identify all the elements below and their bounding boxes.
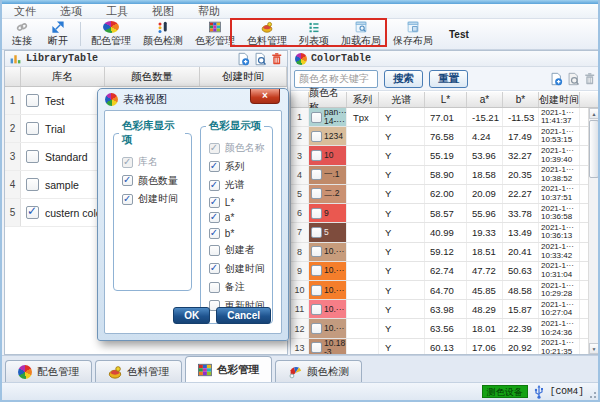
color-table-row[interactable]: 5 二.2 Y 62.00 20.09 22.27 2021-1··· 10:3… bbox=[291, 185, 588, 204]
display-option-row[interactable]: 系列 bbox=[209, 160, 266, 174]
tab-color-detect[interactable]: 颜色检测 bbox=[275, 360, 362, 382]
color-name: 10.··· bbox=[324, 324, 344, 333]
display-option-row[interactable]: 创建者 bbox=[209, 243, 266, 257]
display-option-checkbox[interactable] bbox=[122, 194, 133, 205]
color-row-checkbox[interactable] bbox=[311, 208, 322, 219]
color-row-checkbox[interactable] bbox=[311, 169, 322, 180]
display-option-checkbox[interactable] bbox=[209, 263, 220, 274]
colorant-mgmt-button[interactable]: 色料管理 bbox=[241, 20, 293, 49]
scroll-down-arrow[interactable]: ▼ bbox=[589, 343, 599, 354]
color-table-row[interactable]: 7 5 Y 40.99 19.33 13.49 2021-1··· 10:36:… bbox=[291, 223, 588, 242]
color-row-checkbox[interactable] bbox=[311, 112, 322, 123]
color-table-row[interactable]: 3 10 Y 55.19 53.96 32.27 2021-1··· 10:39… bbox=[291, 146, 588, 165]
display-option-checkbox[interactable] bbox=[122, 157, 133, 168]
color-mgmt-button[interactable]: 色彩管理 bbox=[189, 20, 241, 49]
display-option-checkbox[interactable] bbox=[209, 228, 220, 239]
search-button[interactable]: 搜索 bbox=[384, 70, 423, 88]
color-match-mgmt-button[interactable]: 配色管理 bbox=[85, 20, 137, 49]
delete-library-icon[interactable] bbox=[270, 52, 283, 66]
display-option-checkbox[interactable] bbox=[209, 245, 220, 256]
color-row-checkbox[interactable] bbox=[311, 304, 322, 315]
display-option-checkbox[interactable] bbox=[209, 180, 220, 191]
tab-color-match-mgmt[interactable]: 配色管理 bbox=[5, 360, 92, 382]
color-table-row[interactable]: 9 10.··· Y 62.74 47.72 50.63 2021-1··· 1… bbox=[291, 262, 588, 281]
display-option-row[interactable]: 创建时间 bbox=[209, 262, 266, 276]
menu-item-view[interactable]: 视图 bbox=[140, 4, 186, 18]
display-option-checkbox[interactable] bbox=[209, 143, 220, 154]
library-row-checkbox[interactable] bbox=[26, 206, 39, 219]
search-library-icon[interactable] bbox=[253, 52, 267, 66]
menu-item-file[interactable]: 文件 bbox=[2, 4, 48, 18]
scroll-up-arrow[interactable]: ▲ bbox=[589, 108, 599, 119]
disconnect-button[interactable]: 断开 bbox=[40, 20, 76, 49]
color-row-checkbox[interactable] bbox=[311, 285, 322, 296]
color-row-checkbox[interactable] bbox=[311, 150, 322, 161]
color-row-checkbox[interactable] bbox=[311, 227, 322, 238]
reset-button[interactable]: 重置 bbox=[429, 70, 468, 88]
color-row-checkbox[interactable] bbox=[311, 265, 322, 276]
display-option-row[interactable]: a* bbox=[209, 212, 266, 223]
color-detect-button[interactable]: 颜色检测 bbox=[137, 20, 189, 49]
tab-colorant-mgmt[interactable]: 色料管理 bbox=[95, 360, 182, 382]
color-table-row[interactable]: 2 1234 Y 76.58 4.24 17.49 2021-1··· 10:5… bbox=[291, 127, 588, 146]
load-layout-button[interactable]: 加载布局 bbox=[335, 20, 387, 49]
color-row-checkbox[interactable] bbox=[311, 131, 322, 142]
resize-grip[interactable] bbox=[587, 389, 597, 399]
search-color-icon[interactable] bbox=[566, 72, 580, 86]
menu-item-tools[interactable]: 工具 bbox=[94, 4, 140, 18]
color-table-row[interactable]: 1 pan··· 14-··· Tpx Y 77.01 -15.21 -11.5… bbox=[291, 108, 588, 127]
vertical-scrollbar[interactable]: ▲ ▼ bbox=[588, 108, 599, 354]
list-items-button[interactable]: 列表项 bbox=[293, 20, 335, 49]
connect-button[interactable]: 连接 bbox=[4, 20, 40, 49]
library-row-checkbox[interactable] bbox=[26, 150, 39, 163]
delete-color-icon[interactable] bbox=[583, 72, 596, 86]
display-option-row[interactable]: L* bbox=[209, 197, 266, 208]
color-row-checkbox[interactable] bbox=[311, 188, 322, 199]
color-table-row[interactable]: 12 10.··· Y 63.56 18.01 22.39 2021-1··· … bbox=[291, 319, 588, 338]
menu-item-options[interactable]: 选项 bbox=[48, 4, 94, 18]
display-option-row[interactable]: 备注 bbox=[209, 280, 266, 294]
display-option-row[interactable]: 颜色名称 bbox=[209, 141, 266, 155]
color-row-checkbox[interactable] bbox=[311, 342, 322, 353]
color-row-checkbox[interactable] bbox=[311, 246, 322, 257]
tab-color-mgmt[interactable]: 色彩管理 bbox=[185, 356, 272, 382]
color-table-row[interactable]: 10 10.··· Y 64.70 45.85 48.58 2021-1··· … bbox=[291, 281, 588, 300]
a-star-header[interactable]: a* bbox=[467, 92, 503, 107]
add-color-icon[interactable] bbox=[549, 72, 563, 86]
color-table-row[interactable]: 6 9 Y 58.57 55.96 33.78 2021-1··· 10:36:… bbox=[291, 204, 588, 223]
menu-item-help[interactable]: 帮助 bbox=[186, 4, 232, 18]
display-option-checkbox[interactable] bbox=[209, 282, 220, 293]
color-table-row[interactable]: 8 10.··· Y 59.12 18.51 20.41 2021-1··· 1… bbox=[291, 243, 588, 262]
color-row-checkbox[interactable] bbox=[311, 323, 322, 334]
b-star-header[interactable]: b* bbox=[503, 92, 539, 107]
scrollbar-thumb[interactable] bbox=[589, 120, 599, 178]
display-option-row[interactable]: 创建时间 bbox=[122, 192, 185, 206]
display-option-row[interactable]: 颜色数量 bbox=[122, 174, 185, 188]
library-name-header[interactable]: 库名 bbox=[21, 67, 105, 86]
display-option-row[interactable]: 光谱 bbox=[209, 178, 266, 192]
color-table-row[interactable]: 11 10.··· Y 63.98 48.29 15.87 2021-1··· … bbox=[291, 300, 588, 319]
ok-button[interactable]: OK bbox=[173, 307, 210, 324]
spectrum-header[interactable]: 光谱 bbox=[379, 92, 425, 107]
color-count-header[interactable]: 颜色数量 bbox=[105, 67, 200, 86]
display-option-row[interactable]: b* bbox=[209, 228, 266, 239]
create-time-header[interactable]: 创建时间 bbox=[200, 67, 287, 86]
display-option-checkbox[interactable] bbox=[122, 175, 133, 186]
color-table-row[interactable]: 4 一.1 Y 58.90 18.58 20.35 2021-1··· 10:3… bbox=[291, 166, 588, 185]
save-layout-button[interactable]: 保存布局 bbox=[387, 20, 439, 49]
series-header[interactable]: 系列 bbox=[347, 92, 379, 107]
display-option-checkbox[interactable] bbox=[209, 197, 220, 208]
display-option-checkbox[interactable] bbox=[209, 212, 220, 223]
library-row-checkbox[interactable] bbox=[26, 94, 39, 107]
color-name-header[interactable]: 颜色名称 bbox=[309, 92, 347, 107]
display-option-checkbox[interactable] bbox=[209, 161, 220, 172]
create-time-header[interactable]: 创建时间 bbox=[539, 92, 580, 107]
color-table-row[interactable]: 13 10.18 -3 Y 60.13 17.06 20.92 2021-1··… bbox=[291, 339, 588, 354]
library-row-checkbox[interactable] bbox=[26, 122, 39, 135]
add-library-icon[interactable] bbox=[236, 52, 250, 66]
close-icon[interactable]: × bbox=[250, 89, 280, 104]
display-option-row[interactable]: 库名 bbox=[122, 155, 185, 169]
library-row-checkbox[interactable] bbox=[26, 178, 39, 191]
l-star-header[interactable]: L* bbox=[425, 92, 467, 107]
cancel-button[interactable]: Cancel bbox=[216, 307, 271, 324]
